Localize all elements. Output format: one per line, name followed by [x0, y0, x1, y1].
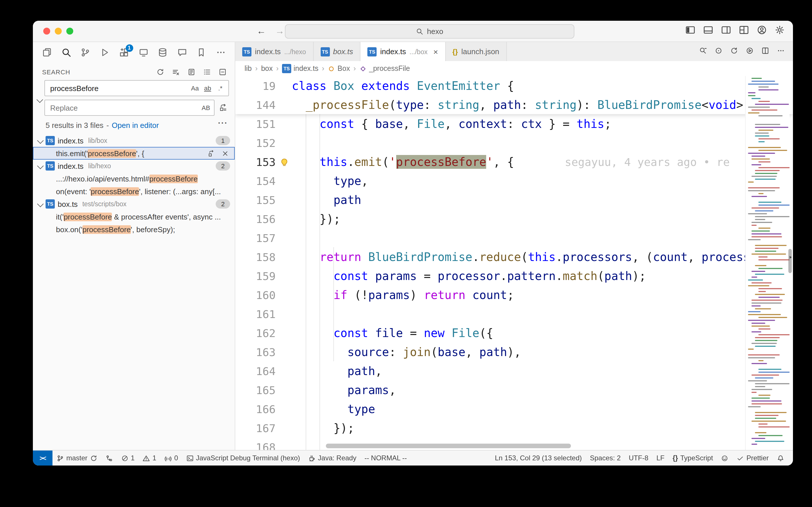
search-panel-header: SEARCH [33, 63, 235, 80]
dismiss-match-button[interactable] [220, 148, 230, 158]
annotations-button[interactable] [699, 46, 707, 57]
minimap-line [752, 323, 765, 324]
new-search-editor-button[interactable] [186, 67, 197, 77]
replace-button[interactable] [206, 148, 216, 158]
lightbulb-icon[interactable] [279, 156, 290, 167]
collapse-all-button[interactable] [217, 67, 228, 77]
search-result-file-row[interactable]: TSindex.tslib/box1 [33, 134, 235, 147]
explorer-view-button[interactable] [40, 45, 54, 60]
close-tab-button[interactable]: × [434, 48, 438, 56]
replace-input[interactable] [49, 103, 200, 113]
remote-explorer-view-button[interactable] [136, 45, 151, 60]
extensions-view-button[interactable]: 1 [117, 45, 131, 60]
database-view-button[interactable] [156, 45, 170, 60]
toggle-primary-sidebar-button[interactable] [685, 25, 696, 38]
toggle-search-details-button[interactable]: ··· [218, 118, 228, 127]
encoding[interactable]: UTF-8 [625, 451, 653, 465]
minimap[interactable] [745, 76, 790, 450]
compare-button[interactable] [715, 46, 723, 57]
more-actions-button[interactable] [777, 46, 785, 57]
customize-layout-button[interactable] [739, 25, 749, 38]
minimap-line [748, 239, 761, 240]
preserve-case-toggle[interactable]: AB [200, 102, 212, 113]
regex-toggle[interactable]: .* [214, 82, 226, 94]
tab-box.ts[interactable]: TSbox.ts [313, 42, 360, 61]
formatter[interactable]: Prettier [733, 451, 773, 465]
history-button[interactable] [730, 46, 738, 57]
toggle-secondary-sidebar-button[interactable] [721, 25, 731, 38]
remote-indicator[interactable]: >< [33, 451, 52, 465]
problems-errors[interactable]: 1 [117, 451, 138, 465]
feedback[interactable] [717, 451, 733, 465]
whole-word-toggle[interactable]: ab [202, 82, 213, 94]
account-button[interactable] [757, 25, 767, 38]
search-inputs: Aa ab .* AB [44, 80, 229, 119]
branch-status[interactable]: master [52, 451, 101, 465]
breadcrumb-item-lib[interactable]: lib [245, 64, 252, 72]
run-code-button[interactable] [746, 46, 754, 57]
ports-status[interactable]: 0 [160, 451, 182, 465]
code-text: source: join(base, path), [276, 345, 793, 359]
more-views-view-button[interactable] [214, 45, 228, 60]
search-result-match-row[interactable]: it('processBefore & processAfter events'… [33, 210, 235, 223]
breadcrumb-item-Box[interactable]: Box [328, 64, 350, 72]
search-result-file-row[interactable]: TSindex.tslib/hexo2 [33, 160, 235, 172]
file-path: lib/hexo [88, 163, 111, 169]
vim-mode[interactable]: -- NORMAL -- [360, 451, 411, 465]
java-status[interactable]: Java: Ready [304, 451, 360, 465]
horizontal-scrollbar-handle[interactable] [326, 444, 571, 448]
minimap-line [752, 78, 762, 79]
view-as-list-button[interactable] [202, 67, 212, 77]
problems-warnings[interactable]: 1 [139, 451, 160, 465]
search-result-match-row[interactable]: box.on('processBefore', beforeSpy); [33, 223, 235, 236]
search-result-match-row[interactable]: this.emit('processBefore', { [33, 147, 235, 160]
cursor-position[interactable]: Ln 153, Col 29 (13 selected) [491, 451, 586, 465]
toggle-replace-button[interactable] [35, 80, 44, 119]
replace-all-button[interactable] [217, 102, 229, 113]
language-mode[interactable]: {}TypeScript [669, 451, 717, 465]
line-number: 160 [235, 288, 276, 301]
command-center[interactable]: hexo [285, 24, 574, 39]
code-editor[interactable]: 151 const { base, File, context: ctx } =… [235, 76, 793, 450]
toggle-panel-button[interactable] [703, 25, 713, 38]
bookmarks-view-button[interactable] [194, 45, 208, 60]
breadcrumb-item-_processFile[interactable]: _processFile [359, 64, 410, 72]
back-icon[interactable]: ← [257, 26, 266, 36]
run-debug-view-button[interactable] [98, 45, 112, 60]
source-control-view-button[interactable] [79, 45, 93, 60]
refresh-button[interactable] [155, 67, 165, 77]
minimize-window-button[interactable] [55, 27, 62, 35]
search-result-match-row[interactable]: ...://hexo.io/api/events.html#processBef… [33, 172, 235, 185]
minimap-line [748, 406, 761, 407]
split-editor-button[interactable] [761, 46, 769, 57]
tab-index.ts[interactable]: TSindex.ts.../hexo [235, 42, 313, 61]
indentation[interactable]: Spaces: 2 [586, 451, 625, 465]
line-number: 163 [235, 345, 276, 358]
search-result-match-row[interactable]: on(event: 'processBefore', listener: (..… [33, 185, 235, 198]
search-view-button[interactable] [59, 45, 73, 60]
eol[interactable]: LF [653, 451, 669, 465]
tab-launch.json[interactable]: {}launch.json [446, 42, 507, 61]
tab-index.ts[interactable]: TSindex.ts.../box× [360, 42, 446, 61]
search-result-file-row[interactable]: TSbox.tstest/scripts/box2 [33, 198, 235, 210]
close-window-button[interactable] [43, 27, 50, 35]
search-input[interactable] [49, 83, 189, 93]
zoom-window-button[interactable] [66, 27, 73, 35]
tab-label: index.ts [255, 47, 281, 56]
debug-terminal-status[interactable]: JavaScript Debug Terminal (hexo) [182, 451, 304, 465]
comments-view-button[interactable] [175, 45, 189, 60]
clear-search-results-button[interactable] [171, 67, 181, 77]
vertical-scrollbar[interactable] [788, 76, 793, 450]
match-case-toggle[interactable]: Aa [189, 82, 201, 94]
minimap-line [752, 392, 757, 393]
breadcrumb-item-box[interactable]: box [261, 64, 272, 72]
forward-icon[interactable]: → [275, 26, 284, 36]
vertical-scrollbar-handle[interactable] [789, 249, 792, 273]
settings-gear-button[interactable] [774, 25, 785, 38]
notifications[interactable] [773, 451, 789, 465]
code-line-152: 152 [235, 133, 793, 152]
open-in-editor-link[interactable]: Open in editor [112, 121, 159, 130]
compare-status[interactable] [101, 451, 117, 465]
breadcrumb-item-index.ts[interactable]: TSindex.ts [282, 64, 318, 73]
minimap-line [748, 181, 754, 183]
